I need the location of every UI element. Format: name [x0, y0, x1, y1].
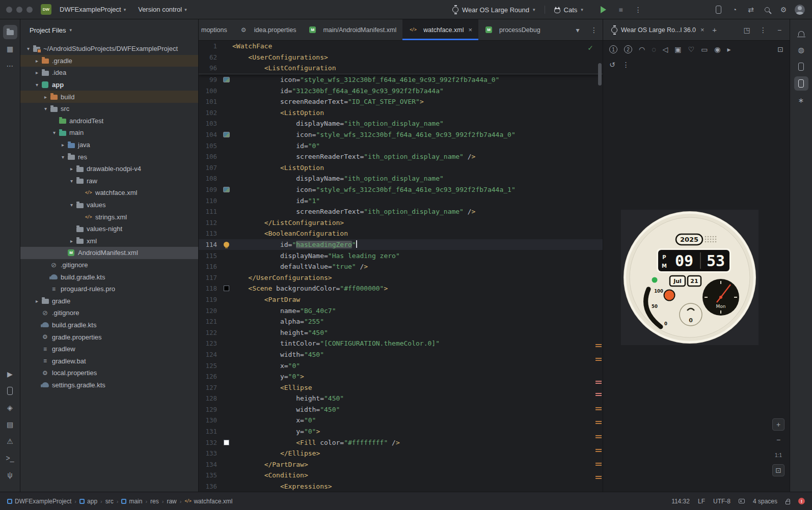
code-line-111[interactable]: 111 screenReaderText="ith_option_display…	[199, 206, 603, 217]
zoom-out-button[interactable]: −	[772, 434, 784, 446]
line-separator-widget[interactable]: LF	[698, 498, 705, 505]
power-button[interactable]: ◌	[652, 46, 656, 53]
stop-button[interactable]: ■	[614, 3, 628, 17]
code-line-103[interactable]: 103 displayName="ith_option_display_name…	[199, 118, 603, 129]
code-line-104[interactable]: 104 icon="style_wfs_312c30bf_f64a_461e_9…	[199, 129, 603, 140]
reset-view-button[interactable]: ↺	[609, 61, 615, 68]
breadcrumb-app[interactable]: app	[79, 498, 97, 505]
code-line-131[interactable]: 131 y="0">	[199, 426, 603, 437]
wear-button-2[interactable]: 2	[624, 45, 632, 53]
close-device-tab-icon[interactable]: ×	[700, 26, 705, 34]
tree-item-androidtest[interactable]: androidTest	[20, 115, 198, 127]
breadcrumb-dwfexampleproject[interactable]: DWFExampleProject	[7, 498, 71, 505]
toolbar-more-button[interactable]: ⋮	[622, 61, 630, 68]
code-line-130[interactable]: 130 x="0"	[199, 415, 603, 426]
settings-button[interactable]: ⚙	[776, 3, 791, 17]
device-selector[interactable]: Wear OS Large Round ▾	[448, 4, 539, 16]
tree-item-gradle-properties[interactable]: ⚙gradle.properties	[20, 331, 198, 343]
code-line-1[interactable]: 1<WatchFace	[199, 41, 603, 52]
profiler-button[interactable]: ◔	[727, 3, 742, 17]
highlighting-level-icon[interactable]	[739, 499, 745, 503]
heart-rate-button[interactable]: ♡	[688, 46, 695, 53]
terminal-tool-button[interactable]: >_	[3, 451, 17, 465]
tree-item-main[interactable]: ▾main	[20, 127, 198, 139]
breadcrumb-src[interactable]: src	[105, 498, 114, 505]
code-line-113[interactable]: 113 <BooleanConfiguration	[199, 228, 603, 239]
code-line-128[interactable]: 128 height="450"	[199, 393, 603, 404]
device-manager-tool-button[interactable]	[3, 384, 17, 398]
code-line-99[interactable]: 99 icon="style_wfs_312c30bf_f64a_461e_9c…	[199, 74, 603, 86]
file-lock-icon[interactable]	[786, 501, 790, 504]
notifications-button[interactable]	[794, 26, 808, 40]
search-everywhere-button[interactable]	[760, 3, 774, 17]
gradle-tool-button[interactable]: ◍	[794, 43, 808, 57]
chevron-closed-icon[interactable]: ▸	[33, 58, 41, 64]
code-line-101[interactable]: 101 screenReaderText="ID_CAT_STEP_OVER">	[199, 96, 603, 107]
code-line-123[interactable]: 123 tintColor="[CONFIGURATION.themeColor…	[199, 338, 603, 349]
code-line-102[interactable]: 102 <ListOption	[199, 107, 603, 119]
code-line-62[interactable]: 62 <UserConfigurations>	[199, 52, 603, 63]
zoom-to-fit-button[interactable]: ⊡	[772, 464, 784, 476]
drawable-preview-icon[interactable]	[223, 77, 230, 82]
inspections-ok-icon[interactable]: ✓	[587, 44, 593, 52]
stripe-mark-6[interactable]	[596, 435, 602, 438]
chevron-closed-icon[interactable]: ▸	[33, 298, 41, 304]
chevron-open-icon[interactable]: ▾	[68, 202, 75, 208]
maximize-window-button[interactable]	[26, 7, 33, 13]
tree-item-drawable-nodpi-v4[interactable]: ▸drawable-nodpi-v4	[20, 163, 198, 175]
code-line-108[interactable]: 108 displayName="ith_option_display_name…	[199, 173, 603, 184]
tree-item-gitignore[interactable]: ⊘.gitignore	[20, 259, 198, 271]
running-devices-tool-button[interactable]	[794, 76, 808, 91]
code-line-125[interactable]: 125 x="0"	[199, 360, 603, 371]
breadcrumb-raw[interactable]: raw	[167, 498, 176, 505]
tree-item-xml[interactable]: ▸xml	[20, 235, 198, 247]
stripe-mark-7[interactable]	[596, 449, 602, 452]
color-swatch-icon[interactable]	[224, 286, 229, 291]
tree-item-build[interactable]: ▸build	[20, 91, 198, 103]
minimize-window-button[interactable]	[16, 7, 22, 13]
ide-error-indicator[interactable]: !	[798, 498, 805, 504]
device-mirror-button[interactable]	[711, 3, 725, 17]
back-button[interactable]: ◁	[663, 46, 668, 53]
code-line-135[interactable]: 135 <Condition>	[199, 470, 603, 481]
pair-button[interactable]: ▭	[701, 46, 708, 53]
caret-position-widget[interactable]: 114:32	[671, 498, 690, 505]
tree-item-proguard-rules-pro[interactable]: ≡proguard-rules.pro	[20, 283, 198, 295]
panel-options-button[interactable]: ⋮	[757, 24, 769, 36]
tree-item-androidstudioprojects-dwfexampleproject[interactable]: ▾~/AndroidStudioProjects/DWFExampleProje…	[20, 43, 198, 55]
project-tool-button[interactable]	[3, 25, 17, 39]
run-button[interactable]	[597, 3, 611, 17]
code-line-116[interactable]: 116 defaultValue="true" />	[199, 261, 603, 272]
chevron-closed-icon[interactable]: ▸	[68, 238, 75, 244]
tree-item-gitignore[interactable]: ⊘.gitignore	[20, 307, 198, 319]
problems-tool-button[interactable]: ⚠	[3, 434, 17, 448]
tree-item-gradle[interactable]: ▸gradle	[20, 295, 198, 307]
stripe-mark-9[interactable]	[596, 476, 602, 479]
device-display[interactable]: 2025 P M 09 53 Jul 21	[621, 210, 759, 345]
commit-tool-button[interactable]: ▦	[3, 42, 17, 56]
vcs-menu[interactable]: Version control ▾	[134, 4, 191, 15]
code-line-127[interactable]: 127 <Ellipse	[199, 382, 603, 393]
tree-item-build-gradle-kts[interactable]: build.gradle.kts	[20, 319, 198, 331]
record-button[interactable]: ▸	[727, 46, 731, 53]
tree-item-src[interactable]: ▾src	[20, 103, 198, 115]
version-control-tool-button[interactable]: ψ	[3, 468, 17, 482]
code-line-120[interactable]: 120 name="BG_40c7"	[199, 305, 603, 316]
code-line-129[interactable]: 129 width="450"	[199, 404, 603, 415]
code-line-107[interactable]: 107 <ListOption	[199, 162, 603, 174]
tree-item-app[interactable]: ▾app	[20, 79, 198, 91]
run-configuration-selector[interactable]: Cats ▾	[550, 4, 587, 16]
tree-item-gradlew-bat[interactable]: ≡gradlew.bat	[20, 355, 198, 367]
stripe-mark-8[interactable]	[596, 463, 602, 466]
code-line-119[interactable]: 119 <PartDraw	[199, 294, 603, 305]
chevron-closed-icon[interactable]: ▸	[42, 94, 49, 100]
hidden-tabs-button[interactable]: ▾	[572, 24, 583, 36]
stripe-mark-5[interactable]	[596, 421, 602, 424]
tree-item-settings-gradle-kts[interactable]: settings.gradle.kts	[20, 379, 198, 391]
palm-gesture-button[interactable]: ◠	[639, 46, 645, 53]
code-line-115[interactable]: 115 displayName="Has leading zero"	[199, 250, 603, 261]
hide-panel-button[interactable]: −	[773, 24, 786, 36]
chevron-closed-icon[interactable]: ▸	[68, 166, 75, 172]
device-tab[interactable]: Wear OS Large Ro...l 36.0 ×	[607, 19, 709, 40]
breadcrumb-res[interactable]: res	[150, 498, 159, 505]
